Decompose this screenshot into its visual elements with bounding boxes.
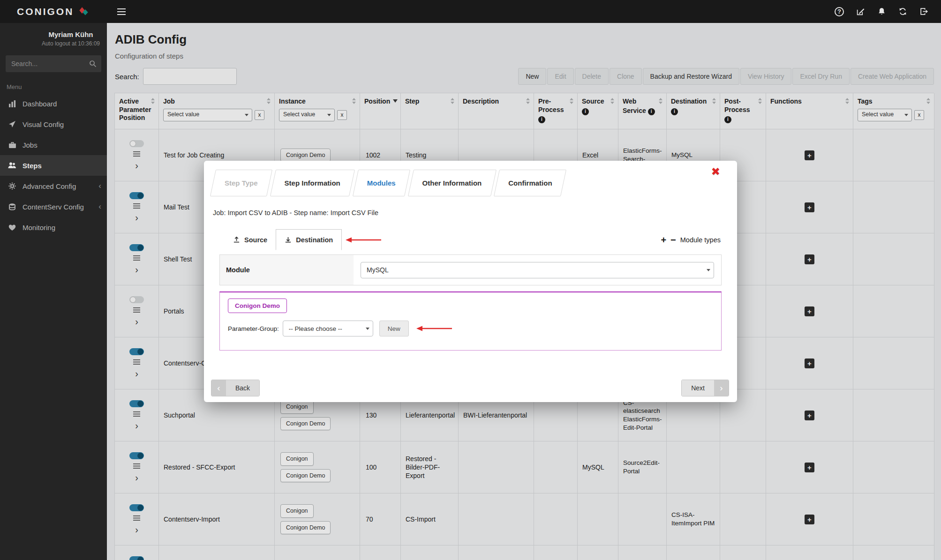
chevron-right-icon: › — [714, 380, 729, 396]
back-button-label: Back — [226, 380, 259, 396]
wizard-context-text: Job: Import CSV to ADIB - Step name: Imp… — [213, 209, 728, 217]
next-button[interactable]: Next › — [681, 380, 729, 396]
new-parameter-group-button[interactable]: New — [379, 321, 409, 336]
annotation-arrow — [346, 237, 382, 243]
module-value-cell: MySQL — [354, 255, 721, 285]
back-button[interactable]: ‹ Back — [211, 380, 260, 396]
wizard-tabs: Step Type Step Information Modules Other… — [213, 170, 728, 196]
parameter-group-select[interactable]: -- Please choose -- — [283, 321, 373, 336]
module-label: Module — [220, 255, 354, 285]
instance-config-panel: Conigon Demo Parameter-Group: -- Please … — [219, 291, 722, 351]
tab-confirmation[interactable]: Confirmation — [497, 170, 564, 196]
next-button-label: Next — [682, 380, 714, 396]
download-icon — [285, 236, 292, 243]
chevron-left-icon: ‹ — [211, 380, 226, 396]
module-row: Module MySQL — [219, 254, 722, 285]
parameter-group-row: Parameter-Group: -- Please choose -- New — [228, 321, 713, 336]
tab-destination[interactable]: Destination — [276, 229, 342, 250]
remove-module-type-icon[interactable]: − — [670, 235, 676, 245]
annotation-arrow — [416, 325, 453, 332]
tab-other-information[interactable]: Other Information — [411, 170, 494, 196]
tab-step-type[interactable]: Step Type — [213, 170, 270, 196]
add-module-type-icon[interactable]: + — [661, 235, 666, 245]
select-value-text: MySQL — [367, 266, 389, 274]
parameter-group-label: Parameter-Group: — [228, 325, 279, 332]
module-types-label: Module types — [680, 236, 721, 244]
subtab-label: Destination — [296, 236, 333, 244]
subtab-label: Source — [244, 236, 267, 244]
module-subtabs: Source Destination + − Module types — [225, 229, 721, 250]
tab-modules[interactable]: Modules — [355, 170, 407, 196]
select-value-text: -- Please choose -- — [289, 325, 342, 332]
step-wizard-modal: ✖ Step Type Step Information Modules Oth… — [204, 161, 737, 402]
module-types-controls: + − Module types — [661, 235, 721, 245]
instance-tab-conigon-demo[interactable]: Conigon Demo — [228, 299, 287, 313]
module-select[interactable]: MySQL — [361, 262, 714, 278]
tab-source[interactable]: Source — [225, 229, 276, 250]
tab-step-information[interactable]: Step Information — [273, 170, 352, 196]
close-icon[interactable]: ✖ — [711, 165, 720, 178]
upload-icon — [233, 236, 240, 243]
